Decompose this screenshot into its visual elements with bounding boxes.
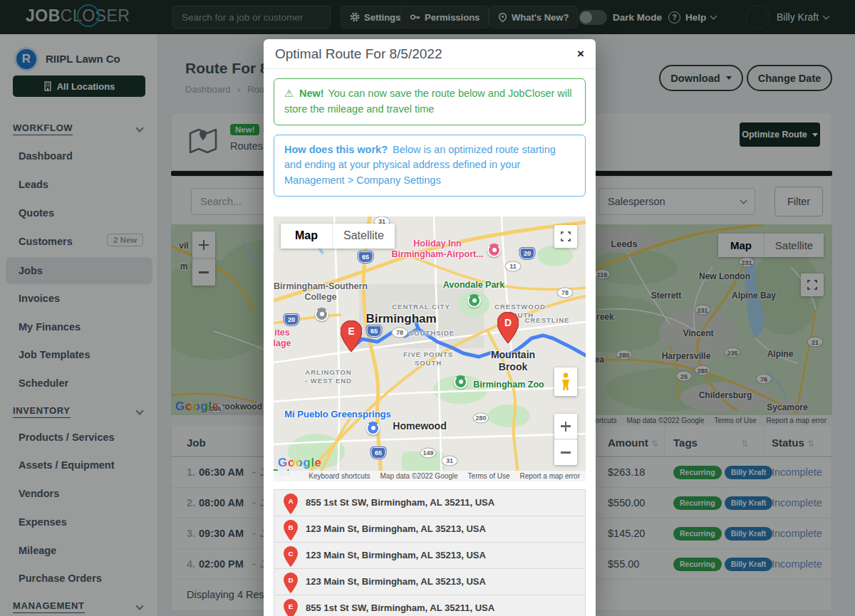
minus-icon — [561, 447, 571, 457]
warning-icon: ⚠ — [284, 88, 294, 99]
stop-address: 855 1st St SW, Birmingham, AL 35211, USA — [306, 602, 494, 613]
route-stop-d: D 123 Main St, Birmingham, AL 35213, USA — [274, 568, 586, 595]
map-type-control: Map Satellite — [281, 224, 395, 249]
svg-text:D: D — [288, 575, 293, 583]
map-label-mi-pueblo: Mi Pueblo Greensprings — [284, 409, 391, 420]
stop-address: 855 1st St SW, Birmingham, AL 35211, USA — [306, 497, 494, 508]
route-shield-31: 31 — [442, 455, 458, 466]
map-label-arlington: ARLINGTON - WEST END — [305, 368, 352, 385]
attribution-terms[interactable]: Terms of Use — [468, 472, 510, 480]
map-zoom-in-button[interactable] — [554, 414, 577, 439]
stop-address: 123 Main St, Birmingham, AL 35213, USA — [306, 550, 486, 560]
map-label-avondale-park: Avondale Park — [443, 280, 504, 291]
route-shield-11: 11 — [505, 261, 522, 271]
route-shield-65: 65 — [358, 251, 373, 263]
map-attribution: Keyboard shortcuts Map data ©2022 Google… — [274, 471, 586, 481]
svg-text:E: E — [289, 602, 294, 610]
map-label-mountain-brook: Mountain Brook — [491, 348, 535, 373]
map-label-holiday-inn: Holiday Inn Birmingham-Airport... — [391, 239, 483, 261]
route-stop-b: B 123 Main St, Birmingham, AL 35213, USA — [274, 516, 586, 543]
close-icon: × — [577, 47, 584, 61]
svg-text:C: C — [288, 549, 293, 557]
route-stop-a: A 855 1st St SW, Birmingham, AL 35211, U… — [274, 489, 586, 516]
park-poi-icon[interactable] — [467, 294, 481, 308]
route-shield-65: 65 — [367, 325, 382, 337]
attribution-keyboard-shortcuts[interactable]: Keyboard shortcuts — [309, 472, 370, 480]
map-label-southside: SOUTHSIDE — [409, 329, 455, 338]
route-shield-65: 65 — [371, 447, 386, 459]
route-marker-d[interactable]: D — [497, 312, 519, 343]
route-shield-20: 20 — [284, 314, 299, 325]
pegman-control[interactable] — [554, 367, 577, 396]
hotel-poi-icon[interactable] — [487, 244, 501, 257]
pegman-icon — [560, 372, 571, 391]
route-marker-e[interactable]: E — [341, 320, 362, 352]
alert-bold-text: New! — [299, 88, 324, 99]
optimal-route-modal: Optimal Route For 8/5/2022 × ⚠ New! You … — [264, 39, 596, 616]
stop-address: 123 Main St, Birmingham, AL 35213, USA — [306, 576, 486, 587]
college-poi-icon[interactable] — [315, 308, 328, 321]
map-zoom-out-button[interactable] — [554, 439, 577, 465]
new-feature-alert: ⚠ New! You can now save the route below … — [274, 78, 586, 125]
attribution-report-error[interactable]: Report a map error — [520, 472, 580, 480]
alert-text: You can now save the route below and Job… — [284, 88, 572, 115]
svg-text:E: E — [348, 325, 354, 337]
route-map[interactable]: Holiday Inn Birmingham-Airport... Avonda… — [274, 216, 586, 481]
stop-pin-icon: B — [284, 520, 298, 541]
route-stop-list: A 855 1st St SW, Birmingham, AL 35211, U… — [264, 489, 596, 616]
svg-text:A: A — [288, 496, 293, 504]
map-label-birmingham: Birmingham — [366, 311, 436, 326]
modal-header: Optimal Route For 8/5/2022 × — [264, 39, 596, 69]
map-type-map-button[interactable]: Map — [281, 224, 332, 249]
svg-text:D: D — [504, 317, 512, 328]
app-window: JOBCLOSER Settings Permissions What's Ne… — [0, 0, 855, 616]
attribution-map-data: Map data ©2022 Google — [380, 472, 457, 480]
stop-pin-icon: C — [284, 546, 298, 567]
map-label-crestline: CRESTLINE — [525, 316, 570, 325]
map-fullscreen-button[interactable] — [554, 225, 577, 248]
route-stop-e: E 855 1st St SW, Birmingham, AL 35211, U… — [274, 595, 586, 616]
stop-pin-icon: E — [284, 599, 298, 616]
alert-bold-text: How does this work? — [284, 144, 388, 155]
modal-title: Optimal Route For 8/5/2022 — [275, 46, 442, 62]
stop-pin-icon: A — [284, 494, 298, 514]
store-poi-icon[interactable] — [366, 422, 380, 435]
route-shield-280: 280 — [472, 412, 489, 423]
map-type-satellite-button[interactable]: Satellite — [332, 224, 395, 249]
route-shield-149: 149 — [420, 447, 436, 458]
route-shield-20: 20 — [520, 248, 535, 259]
stop-address: 123 Main St, Birmingham, AL 35213, USA — [306, 523, 486, 534]
map-label-birmingham-zoo: Birmingham Zoo — [473, 380, 544, 391]
map-label-village-fragment: ites lage — [274, 328, 291, 350]
close-button[interactable]: × — [577, 47, 584, 61]
route-shield-78: 78 — [392, 327, 408, 338]
svg-text:B: B — [288, 523, 293, 531]
route-shield-78: 78 — [557, 287, 574, 298]
fullscreen-icon — [561, 231, 571, 241]
map-label-central-city: CENTRAL CITY — [392, 303, 450, 311]
how-it-works-alert: How does this work? Below is an optimize… — [274, 135, 586, 197]
map-label-bsc: Birmingham-Southern College — [274, 281, 368, 303]
google-logo: Google — [278, 456, 322, 470]
map-label-five-points: FIVE POINTS SOUTH — [403, 350, 453, 367]
zoo-poi-icon[interactable] — [454, 375, 467, 389]
map-label-homewood: Homewood — [393, 420, 446, 433]
route-stop-c: C 123 Main St, Birmingham, AL 35213, USA — [274, 542, 586, 569]
plus-icon — [561, 422, 571, 432]
stop-pin-icon: D — [284, 573, 298, 593]
